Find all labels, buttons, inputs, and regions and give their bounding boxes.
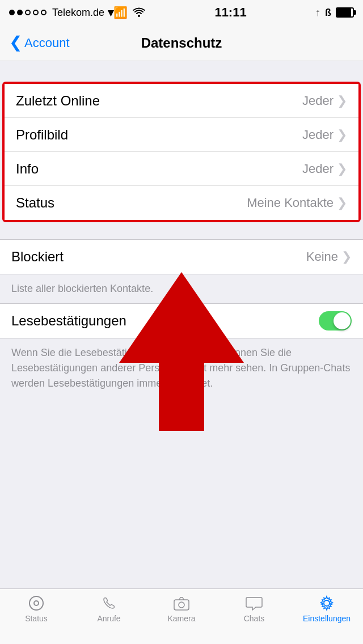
red-up-arrow — [108, 272, 255, 431]
signal-dot-1 — [9, 10, 15, 15]
battery-fill — [337, 9, 351, 16]
profilbild-value: Jeder ❯ — [302, 128, 347, 142]
blockiert-label: Blockiert — [11, 249, 64, 265]
tab-item-kamera[interactable]: Kamera — [145, 595, 218, 623]
kamera-tab-icon — [172, 595, 191, 612]
svg-point-5 — [324, 600, 330, 606]
bluetooth-icon: ß — [325, 7, 331, 19]
tab-bar: Status Anrufe Kamera Chats Einstellungen — [0, 588, 363, 644]
info-label: Info — [16, 161, 39, 177]
signal-dot-5 — [41, 10, 47, 15]
blockiert-value-text: Keine — [306, 249, 338, 264]
blockiert-value: Keine ❯ — [306, 249, 352, 264]
profilbild-value-text: Jeder — [302, 128, 334, 142]
signal-dot-4 — [33, 10, 39, 15]
battery-icon — [336, 7, 354, 18]
chevron-right-icon: ❯ — [337, 94, 347, 108]
top-spacer — [0, 61, 363, 82]
blocked-group: Blockiert Keine ❯ — [0, 239, 363, 274]
status-row[interactable]: Status Meine Kontakte ❯ — [5, 186, 358, 220]
status-left: Telekom.de ▾📶 — [9, 6, 146, 19]
arrow-head — [119, 272, 244, 363]
einstellungen-tab-icon — [317, 595, 336, 612]
middle-spacer-1 — [0, 222, 363, 239]
svg-point-2 — [34, 601, 39, 605]
svg-point-4 — [179, 602, 184, 608]
chevron-right-icon-4: ❯ — [337, 196, 347, 210]
privacy-group-highlighted: Zuletzt Online Jeder ❯ Profilbild Jeder … — [2, 82, 361, 222]
svg-point-0 — [138, 15, 140, 17]
status-label: Status — [16, 195, 54, 211]
signal-dot-2 — [17, 10, 23, 15]
arrow-shaft — [159, 351, 204, 431]
status-value: Meine Kontakte ❯ — [247, 196, 347, 210]
einstellungen-tab-label: Einstellungen — [303, 614, 351, 623]
status-time: 11:11 — [214, 5, 246, 20]
location-icon: ↑ — [315, 7, 320, 19]
tab-item-chats[interactable]: Chats — [218, 595, 290, 623]
info-row[interactable]: Info Jeder ❯ — [5, 152, 358, 186]
tab-item-anrufe[interactable]: Anrufe — [73, 595, 145, 623]
profilbild-row[interactable]: Profilbild Jeder ❯ — [5, 118, 358, 152]
blockiert-row[interactable]: Blockiert Keine ❯ — [0, 240, 363, 274]
nav-bar: ❮ Account Datenschutz — [0, 25, 363, 61]
svg-rect-3 — [174, 600, 189, 610]
back-chevron-icon: ❮ — [9, 35, 22, 50]
anrufe-tab-icon — [99, 595, 119, 612]
chevron-right-icon-2: ❯ — [337, 128, 347, 142]
profilbild-label: Profilbild — [16, 127, 68, 143]
info-value-text: Jeder — [302, 162, 334, 176]
zuletzt-online-row[interactable]: Zuletzt Online Jeder ❯ — [5, 84, 358, 118]
info-value: Jeder ❯ — [302, 162, 347, 176]
chats-tab-label: Chats — [244, 614, 265, 623]
tab-item-einstellungen[interactable]: Einstellungen — [290, 595, 363, 623]
zuletzt-online-value-text: Jeder — [302, 94, 334, 108]
chevron-right-icon-5: ❯ — [341, 249, 352, 264]
carrier-name: Telekom.de — [52, 7, 104, 19]
signal-dot-3 — [25, 10, 31, 15]
status-right: ↑ ß — [315, 7, 354, 19]
zuletzt-online-label: Zuletzt Online — [16, 93, 100, 109]
status-value-text: Meine Kontakte — [247, 196, 334, 210]
svg-point-1 — [29, 596, 43, 610]
page-title: Datenschutz — [141, 35, 222, 51]
chats-tab-icon — [244, 595, 264, 612]
zuletzt-online-value: Jeder ❯ — [302, 94, 347, 108]
status-bar: Telekom.de ▾📶 11:11 ↑ ß — [0, 0, 363, 25]
toggle-knob — [334, 312, 351, 329]
tab-item-status[interactable]: Status — [0, 595, 73, 623]
kamera-tab-label: Kamera — [167, 614, 195, 623]
anrufe-tab-label: Anrufe — [97, 614, 120, 623]
signal-strength — [9, 10, 47, 15]
wifi-icon-svg — [132, 7, 146, 18]
back-label: Account — [24, 36, 70, 50]
status-tab-label: Status — [25, 614, 48, 623]
wifi-icon: ▾📶 — [108, 6, 128, 19]
arrow-overlay — [108, 272, 255, 431]
back-button[interactable]: ❮ Account — [9, 36, 70, 50]
lesebestatigungen-toggle[interactable] — [319, 311, 352, 331]
chevron-right-icon-3: ❯ — [337, 162, 347, 176]
status-tab-icon — [27, 595, 46, 612]
